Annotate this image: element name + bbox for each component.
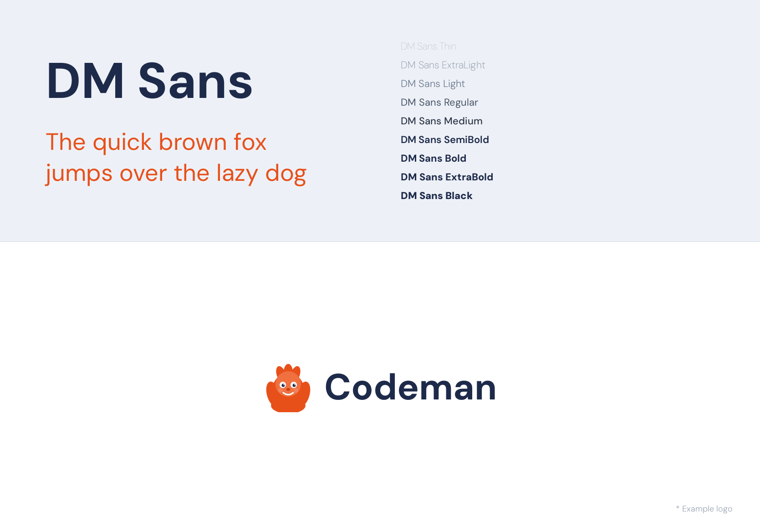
logo-text: Codeman [324, 363, 497, 411]
codeman-logo-icon [263, 362, 313, 412]
svg-point-16 [294, 384, 295, 385]
weights-panel: DM Sans Thin DM Sans ExtraLight DM Sans … [364, 0, 760, 241]
svg-point-17 [286, 388, 290, 391]
font-title: DM Sans [46, 53, 319, 108]
svg-point-13 [282, 384, 285, 387]
top-section: DM Sans The quick brown fox jumps over t… [0, 0, 760, 241]
bottom-section: Codeman * Example logo [0, 242, 760, 532]
svg-point-15 [283, 384, 284, 385]
pangram-line1: The quick brown fox [46, 126, 267, 157]
svg-point-18 [278, 388, 283, 393]
svg-point-10 [275, 371, 301, 397]
left-panel: DM Sans The quick brown fox jumps over t… [0, 0, 364, 241]
weight-light: DM Sans Light [401, 76, 724, 91]
weight-extrabold: DM Sans ExtraBold [401, 169, 724, 184]
weight-semibold: DM Sans SemiBold [401, 132, 724, 147]
svg-point-14 [293, 384, 296, 387]
weight-bold: DM Sans Bold [401, 151, 724, 166]
example-note: * Example logo [676, 503, 733, 514]
weight-regular: DM Sans Regular [401, 95, 724, 110]
pangram-line2: jumps over the lazy dog [46, 157, 307, 188]
weight-thin: DM Sans Thin [401, 39, 724, 54]
weight-extralight: DM Sans ExtraLight [401, 57, 724, 72]
weight-medium: DM Sans Medium [401, 113, 724, 128]
logo-container: Codeman [263, 362, 497, 412]
svg-point-19 [294, 388, 298, 393]
pangram-text: The quick brown fox jumps over the lazy … [46, 127, 319, 188]
weight-black: DM Sans Black [401, 188, 724, 203]
